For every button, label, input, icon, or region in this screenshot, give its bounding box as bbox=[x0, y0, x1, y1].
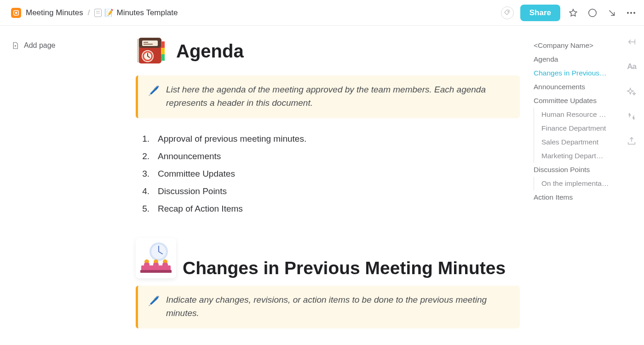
tool-rail: Aa bbox=[626, 36, 638, 147]
svg-rect-22 bbox=[140, 270, 172, 273]
svg-rect-24 bbox=[153, 263, 159, 266]
breadcrumb-separator: / bbox=[88, 8, 90, 17]
changes-title: Changes in Previous Meeting Minutes bbox=[183, 258, 506, 278]
agenda-title: Agenda bbox=[176, 41, 244, 62]
svg-point-26 bbox=[629, 114, 630, 115]
list-item: 1.Approval of previous meeting minutes. bbox=[141, 130, 520, 148]
svg-rect-23 bbox=[144, 263, 150, 266]
svg-rect-10 bbox=[161, 48, 165, 54]
ai-button[interactable] bbox=[626, 86, 638, 98]
svg-rect-25 bbox=[162, 263, 168, 266]
top-actions: Share bbox=[501, 5, 638, 21]
svg-rect-11 bbox=[161, 54, 165, 61]
list-item: 2.Announcements bbox=[141, 148, 520, 165]
share-button[interactable]: Share bbox=[520, 5, 560, 21]
changes-callout: 🖊️ Indicate any changes, revisions, or a… bbox=[136, 286, 520, 328]
typography-button[interactable]: Aa bbox=[626, 61, 638, 73]
pen-icon: 🖊️ bbox=[148, 84, 160, 98]
changes-icon bbox=[136, 238, 176, 278]
svg-point-27 bbox=[633, 117, 634, 119]
outline-item[interactable]: Agenda bbox=[534, 52, 621, 66]
download-button[interactable] bbox=[605, 6, 618, 19]
list-item: 3.Committee Updates bbox=[141, 165, 520, 183]
workspace-icon bbox=[11, 8, 21, 18]
outline-item[interactable]: Marketing Depart… bbox=[534, 149, 621, 163]
agenda-callout: 🖊️ List here the agenda of the meeting a… bbox=[136, 75, 520, 118]
export-button[interactable] bbox=[626, 135, 638, 147]
svg-rect-8 bbox=[144, 44, 153, 45]
outline-item[interactable]: Action Items bbox=[534, 190, 621, 204]
settings-button[interactable] bbox=[626, 110, 638, 122]
svg-rect-1 bbox=[15, 12, 17, 14]
svg-point-2 bbox=[508, 12, 509, 12]
collapse-icon[interactable] bbox=[626, 36, 638, 48]
list-item: 4.Discussion Points bbox=[141, 183, 520, 200]
tags-button[interactable] bbox=[501, 6, 514, 19]
svg-rect-15 bbox=[137, 39, 139, 63]
outline-panel: <Company Name> Agenda Changes in Previou… bbox=[534, 39, 621, 204]
outline-item[interactable]: Human Resource … bbox=[534, 108, 621, 121]
svg-point-3 bbox=[589, 9, 597, 17]
favorite-button[interactable] bbox=[567, 6, 580, 19]
comments-button[interactable] bbox=[586, 6, 599, 19]
page-icon bbox=[94, 9, 102, 17]
document: Agenda 🖊️ List here the agenda of the me… bbox=[115, 26, 520, 345]
breadcrumb: Meeting Minutes / 📝 Minutes Template bbox=[11, 8, 178, 18]
section-changes: Changes in Previous Meeting Minutes 🖊️ I… bbox=[136, 238, 520, 328]
breadcrumb-page-chip[interactable]: 📝 Minutes Template bbox=[94, 8, 178, 17]
pen-icon: 🖊️ bbox=[148, 294, 160, 308]
breadcrumb-page: Minutes Template bbox=[116, 8, 178, 17]
top-bar: Meeting Minutes / 📝 Minutes Template Sha… bbox=[0, 0, 644, 26]
list-item: 5.Recap of Action Items bbox=[141, 200, 520, 218]
outline-item[interactable]: Finance Department bbox=[534, 121, 621, 135]
memo-icon: 📝 bbox=[104, 8, 114, 17]
svg-rect-6 bbox=[142, 40, 158, 46]
agenda-list: 1.Approval of previous meeting minutes. … bbox=[141, 130, 520, 218]
page-body: Add page bbox=[0, 26, 644, 345]
agenda-callout-text: List here the agenda of the meeting appr… bbox=[166, 83, 510, 110]
outline-item[interactable]: Committee Updates bbox=[534, 94, 621, 108]
outline-item[interactable]: <Company Name> bbox=[534, 39, 621, 52]
more-button[interactable] bbox=[625, 6, 638, 19]
svg-rect-7 bbox=[144, 42, 148, 43]
agenda-icon bbox=[136, 35, 168, 67]
outline-item[interactable]: Discussion Points bbox=[534, 163, 621, 177]
outline-item[interactable]: Changes in Previous… bbox=[534, 66, 621, 80]
outline-item[interactable]: Announcements bbox=[534, 80, 621, 94]
add-page-label: Add page bbox=[24, 41, 56, 50]
changes-callout-text: Indicate any changes, revisions, or acti… bbox=[166, 293, 510, 320]
svg-rect-9 bbox=[161, 41, 165, 48]
section-agenda: Agenda 🖊️ List here the agenda of the me… bbox=[136, 35, 520, 218]
outline-item[interactable]: On the implementa… bbox=[534, 177, 621, 190]
outline-item[interactable]: Sales Department bbox=[534, 135, 621, 149]
breadcrumb-workspace[interactable]: Meeting Minutes bbox=[26, 8, 83, 17]
left-rail: Add page bbox=[0, 26, 115, 345]
add-page-button[interactable]: Add page bbox=[11, 41, 115, 50]
